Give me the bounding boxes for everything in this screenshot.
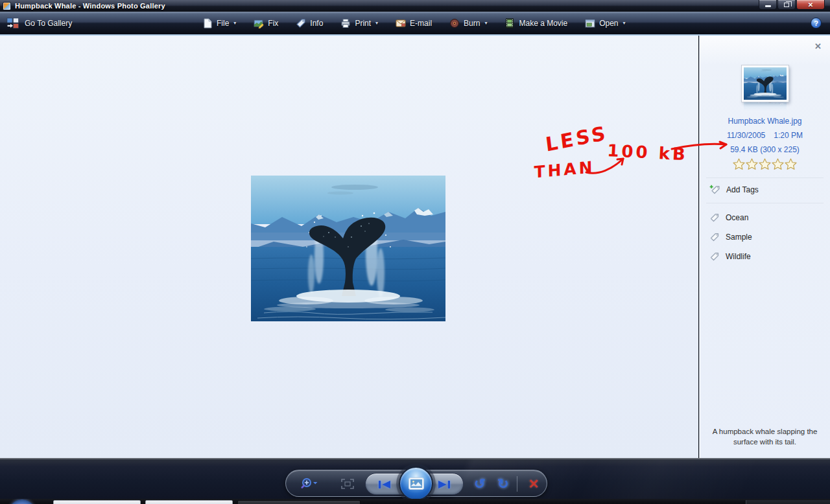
file-date: 11/30/2005 bbox=[727, 131, 765, 140]
print-icon bbox=[340, 18, 351, 29]
toolbar-item-print[interactable]: Print ▾ bbox=[340, 18, 378, 29]
toolbar-label: Fix bbox=[268, 19, 278, 28]
rotate-ccw-icon: ↺ bbox=[474, 476, 486, 492]
delete-button[interactable]: ✕ bbox=[521, 470, 547, 498]
app-icon bbox=[3, 2, 11, 10]
chevron-down-icon: ▾ bbox=[233, 20, 236, 26]
help-button[interactable]: ? bbox=[811, 17, 822, 29]
rating-star[interactable] bbox=[733, 158, 745, 170]
toolbar-item-make-a-movie[interactable]: Make a Movie bbox=[504, 18, 567, 29]
control-divider bbox=[517, 476, 517, 492]
toolbar-label: E-mail bbox=[410, 19, 432, 28]
minimize-button[interactable] bbox=[759, 0, 777, 10]
go-to-gallery-label: Go To Gallery bbox=[25, 19, 72, 28]
file-name: Humpback Whale.jpg bbox=[700, 117, 830, 126]
restore-button[interactable] bbox=[777, 0, 796, 10]
rating-stars bbox=[700, 158, 830, 170]
tag-item-wildlife[interactable]: Wildlife bbox=[700, 251, 830, 262]
title-bar: Humpback Whale - Windows Photo Gallery ✕ bbox=[0, 0, 830, 12]
chevron-down-icon: ▾ bbox=[623, 20, 626, 26]
toolbar-items: File ▾ Fix Info bbox=[202, 12, 626, 34]
tag-item-ocean[interactable]: Ocean bbox=[700, 212, 830, 223]
toolbar-label: Print bbox=[355, 19, 371, 28]
minimize-icon bbox=[765, 5, 771, 7]
next-button[interactable] bbox=[429, 474, 459, 496]
file-size: 59.4 KB (300 x 225) bbox=[700, 145, 830, 154]
tag-icon bbox=[709, 251, 720, 262]
fix-icon bbox=[254, 18, 264, 29]
tag-label: Wildlife bbox=[726, 252, 751, 261]
rating-star[interactable] bbox=[759, 158, 771, 170]
file-icon bbox=[202, 18, 213, 29]
bottom-chrome: ↺ ↻ ✕ bbox=[0, 458, 830, 499]
toolbar-label: Open bbox=[599, 19, 618, 28]
chevron-down-icon: ▾ bbox=[484, 20, 487, 26]
taskbar-sliver bbox=[0, 499, 830, 504]
rating-star[interactable] bbox=[785, 158, 797, 170]
toolbar-label: Info bbox=[310, 19, 323, 28]
add-tags-button[interactable]: Add Tags bbox=[700, 178, 830, 195]
toolbar-item-email[interactable]: E-mail bbox=[396, 18, 432, 29]
toolbar: Go To Gallery File ▾ Fix bbox=[0, 12, 830, 36]
toolbar-label: File bbox=[217, 19, 229, 28]
close-icon: ✕ bbox=[808, 1, 813, 8]
tag-list: Ocean Sample Wildlife bbox=[700, 212, 830, 262]
go-to-gallery-button[interactable]: Go To Gallery bbox=[6, 12, 72, 34]
go-to-gallery-icon bbox=[6, 17, 19, 29]
photo-humpback-whale bbox=[251, 176, 445, 321]
fit-to-window-button[interactable] bbox=[338, 470, 357, 498]
movie-icon bbox=[504, 18, 515, 29]
help-icon: ? bbox=[814, 19, 818, 27]
rotate-clockwise-button[interactable]: ↻ bbox=[492, 470, 514, 498]
rating-star[interactable] bbox=[772, 158, 784, 170]
info-panel: ✕ Humpback Whale.jpg 11/30/2005 1:20 PM … bbox=[699, 36, 830, 458]
thumbnail-reflection bbox=[742, 102, 788, 112]
next-icon bbox=[437, 480, 451, 489]
chevron-down-icon: ▾ bbox=[375, 20, 378, 26]
tag-icon bbox=[709, 232, 720, 242]
toolbar-item-burn[interactable]: Burn ▾ bbox=[449, 18, 487, 29]
toolbar-item-info[interactable]: Info bbox=[296, 18, 323, 29]
rotate-counterclockwise-button[interactable]: ↺ bbox=[469, 470, 491, 498]
rating-star[interactable] bbox=[746, 158, 758, 170]
toolbar-item-fix[interactable]: Fix bbox=[254, 18, 278, 29]
previous-button[interactable] bbox=[370, 474, 399, 496]
playback-control-bar: ↺ ↻ ✕ bbox=[285, 470, 547, 497]
add-tag-icon bbox=[709, 185, 720, 195]
tag-label: Sample bbox=[726, 233, 752, 242]
add-tags-label: Add Tags bbox=[726, 185, 759, 194]
tag-label: Ocean bbox=[726, 213, 748, 222]
content-area: ✕ Humpback Whale.jpg 11/30/2005 1:20 PM … bbox=[0, 36, 830, 458]
fit-to-window-icon bbox=[341, 479, 354, 489]
photo-thumbnail[interactable] bbox=[742, 65, 788, 102]
photo-view-area bbox=[0, 36, 698, 458]
zoom-button[interactable] bbox=[298, 470, 321, 498]
toolbar-item-open[interactable]: Open ▾ bbox=[585, 18, 625, 29]
toolbar-label: Burn bbox=[464, 19, 480, 28]
photo-gallery-window: Humpback Whale - Windows Photo Gallery ✕… bbox=[0, 0, 830, 504]
taskbar-button-active[interactable] bbox=[237, 500, 361, 504]
close-button[interactable]: ✕ bbox=[796, 0, 825, 10]
info-icon bbox=[296, 18, 306, 29]
taskbar-button[interactable] bbox=[53, 500, 141, 504]
file-time: 1:20 PM bbox=[774, 131, 803, 140]
panel-close-icon: ✕ bbox=[814, 41, 822, 51]
previous-icon bbox=[377, 480, 392, 489]
system-tray-sliver bbox=[746, 500, 830, 504]
toolbar-label: Make a Movie bbox=[519, 19, 567, 28]
play-slideshow-button[interactable] bbox=[399, 466, 433, 501]
photo-caption: A humpback whale slapping the surface wi… bbox=[707, 426, 823, 448]
toolbar-item-file[interactable]: File ▾ bbox=[202, 18, 236, 29]
restore-icon bbox=[784, 3, 789, 7]
panel-separator bbox=[706, 203, 824, 203]
tag-item-sample[interactable]: Sample bbox=[700, 232, 830, 242]
panel-close-button[interactable]: ✕ bbox=[814, 41, 822, 51]
delete-icon: ✕ bbox=[528, 476, 540, 492]
rotate-cw-icon: ↻ bbox=[497, 476, 509, 492]
taskbar-button[interactable] bbox=[145, 500, 233, 504]
file-date-row: 11/30/2005 1:20 PM bbox=[700, 131, 830, 140]
tag-icon bbox=[709, 212, 720, 223]
magnifier-icon bbox=[300, 477, 319, 491]
start-orb[interactable] bbox=[8, 499, 36, 504]
email-icon bbox=[396, 18, 406, 29]
